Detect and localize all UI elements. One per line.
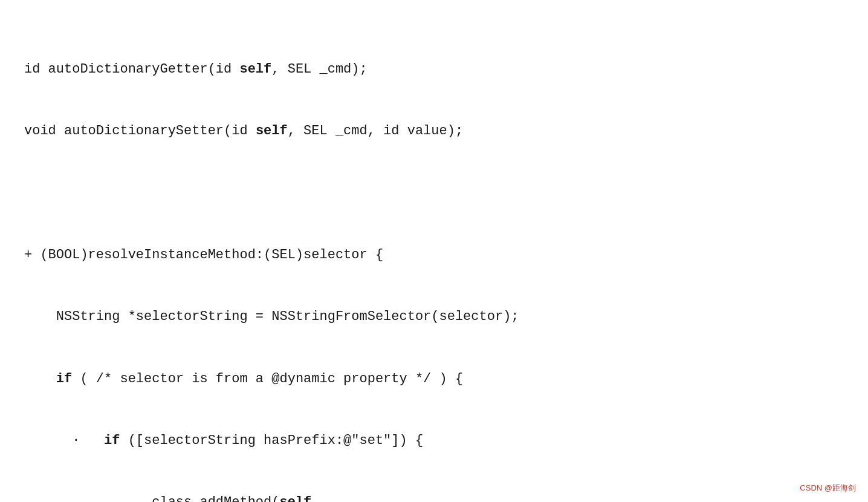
code-container: id autoDictionaryGetter(id self, SEL _cm… (0, 0, 868, 502)
code-line-5: NSString *selectorString = NSStringFromS… (24, 307, 844, 327)
watermark: CSDN @距海剑 (800, 483, 856, 494)
code-line-4: + (BOOL)resolveInstanceMethod:(SEL)selec… (24, 245, 844, 266)
code-line-7: · if ([selectorString hasPrefix:@"set"])… (24, 431, 844, 451)
code-line-3 (24, 183, 844, 204)
code-line-1: id autoDictionaryGetter(id self, SEL _cm… (24, 59, 844, 80)
code-block: id autoDictionaryGetter(id self, SEL _cm… (24, 18, 844, 502)
code-line-8: class_addMethod(self, (24, 492, 844, 502)
code-line-6: if ( /* selector is from a @dynamic prop… (24, 369, 844, 390)
code-line-2: void autoDictionarySetter(id self, SEL _… (24, 121, 844, 142)
